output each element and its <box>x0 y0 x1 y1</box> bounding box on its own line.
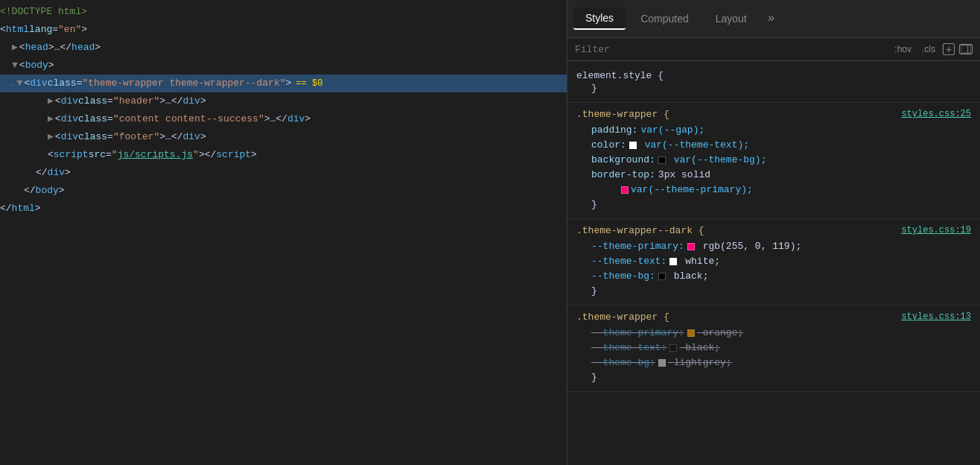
css-block-3-close: } <box>576 370 971 385</box>
css-source-3[interactable]: styles.css:13 <box>901 311 971 322</box>
html-line-close-html: </html> <box>0 200 567 218</box>
hov-button[interactable]: :hov <box>891 42 914 56</box>
css-property-border-top-value: var(--theme-primary); <box>576 183 971 197</box>
element-style-close: } <box>576 81 971 96</box>
css-property-border-top: border-top: 3px solid <box>576 168 971 183</box>
html-line-header[interactable]: ▶ <div class="header">…</div> <box>0 92 567 110</box>
doctype-text: <!DOCTYPE html> <box>0 4 87 19</box>
css-property-background: background: var(--theme-bg); <box>576 153 971 168</box>
tab-more-button[interactable]: » <box>762 9 781 28</box>
css-property-theme-text-struck: --theme-text: black; <box>576 341 971 355</box>
css-source-2[interactable]: styles.css:19 <box>901 225 971 235</box>
css-selector-3: .theme-wrapper { <box>576 311 669 323</box>
filter-bar: :hov .cls + <box>567 38 980 61</box>
styles-content: element.style { } .theme-wrapper { style… <box>567 61 980 465</box>
tab-computed[interactable]: Computed <box>629 8 701 29</box>
css-property-color: color: var(--theme-text); <box>576 138 971 153</box>
expand-arrow-footer[interactable]: ▶ <box>48 130 54 145</box>
color-swatch-white-2[interactable] <box>669 258 677 265</box>
sidebar-toggle-button[interactable] <box>959 44 973 54</box>
css-rule-header-3: .theme-wrapper { styles.css:13 <box>576 311 971 323</box>
css-block-2-close: } <box>576 284 971 299</box>
css-selector-1: .theme-wrapper { <box>576 109 669 120</box>
css-rule-block-1: .theme-wrapper { styles.css:25 padding: … <box>567 103 980 219</box>
css-property-padding: padding: var(--gap); <box>576 123 971 138</box>
html-line-html: <html lang="en"> <box>0 21 567 39</box>
html-line-content[interactable]: ▶ <div class="content content--success">… <box>0 110 567 128</box>
color-swatch-white[interactable] <box>629 142 637 149</box>
color-swatch-primary-2[interactable] <box>687 243 695 250</box>
add-style-button[interactable]: + <box>943 43 955 55</box>
element-style-block: element.style { } <box>567 64 980 103</box>
svg-rect-0 <box>961 45 971 54</box>
css-selector-2: .theme-wrapper--dark { <box>576 225 704 236</box>
filter-actions: :hov .cls + <box>891 42 973 56</box>
color-swatch-primary[interactable] <box>621 186 629 194</box>
color-swatch-black-bg[interactable] <box>658 156 666 164</box>
html-line-close-body: </body> <box>0 182 567 200</box>
css-rule-header-1: .theme-wrapper { styles.css:25 <box>576 109 971 120</box>
css-rule-block-3: .theme-wrapper { styles.css:13 --theme-p… <box>567 306 980 392</box>
selected-marker: == $0 <box>296 76 322 91</box>
dots-indicator: … <box>9 76 14 91</box>
expand-arrow-theme-wrapper[interactable]: ▼ <box>17 76 23 91</box>
html-line-script: <script src="js/scripts.js"></script> <box>0 146 567 164</box>
color-swatch-orange[interactable] <box>687 329 695 337</box>
html-line-theme-wrapper[interactable]: … ▼ <div class="theme-wrapper theme-wrap… <box>0 75 567 92</box>
css-block-1-close: } <box>576 197 971 212</box>
html-line-close-div: </div> <box>0 164 567 182</box>
color-swatch-black-3[interactable] <box>669 344 677 352</box>
color-swatch-lightgrey[interactable] <box>658 359 666 367</box>
css-property-theme-text: --theme-text: white; <box>576 254 971 269</box>
css-source-1[interactable]: styles.css:25 <box>901 109 971 119</box>
html-line-doctype: <!DOCTYPE html> <box>0 3 567 21</box>
expand-arrow-content[interactable]: ▶ <box>48 112 54 127</box>
html-line-head[interactable]: ▶ <head>…</head> <box>0 39 567 57</box>
styles-panel: Styles Computed Layout » :hov .cls + ele… <box>567 0 980 465</box>
css-property-theme-primary: --theme-primary: rgb(255, 0, 119); <box>576 239 971 254</box>
tab-layout[interactable]: Layout <box>704 8 759 29</box>
html-line-body[interactable]: ▼ <body> <box>0 57 567 75</box>
expand-arrow-head[interactable]: ▶ <box>12 40 18 55</box>
panel-tabs: Styles Computed Layout » <box>567 0 980 38</box>
expand-arrow-body[interactable]: ▼ <box>12 58 18 73</box>
css-rule-block-2: .theme-wrapper--dark { styles.css:19 --t… <box>567 219 980 306</box>
filter-input[interactable] <box>575 44 885 55</box>
css-property-theme-primary-struck: --theme-primary: orange; <box>576 326 971 341</box>
css-rule-header-2: .theme-wrapper--dark { styles.css:19 <box>576 225 971 236</box>
css-property-theme-bg-struck: --theme-bg: lightgrey; <box>576 355 971 370</box>
html-line-footer[interactable]: ▶ <div class="footer">…</div> <box>0 128 567 146</box>
cls-button[interactable]: .cls <box>919 42 938 56</box>
tab-styles[interactable]: Styles <box>573 7 626 30</box>
script-src-link[interactable]: js/scripts.js <box>118 148 193 162</box>
color-swatch-black-2[interactable] <box>658 273 666 280</box>
css-property-theme-bg: --theme-bg: black; <box>576 269 971 284</box>
expand-arrow-header[interactable]: ▶ <box>48 94 54 109</box>
html-tree-panel: <!DOCTYPE html> <html lang="en"> ▶ <head… <box>0 0 567 465</box>
element-style-selector: element.style { <box>576 70 971 81</box>
